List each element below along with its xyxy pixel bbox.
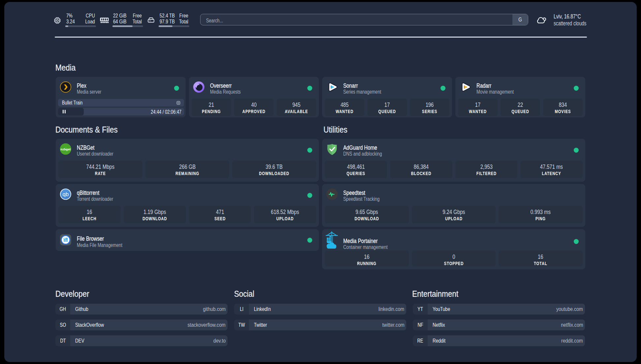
svg-text:nzbget: nzbget: [60, 147, 71, 151]
svg-text:qb: qb: [63, 191, 69, 197]
